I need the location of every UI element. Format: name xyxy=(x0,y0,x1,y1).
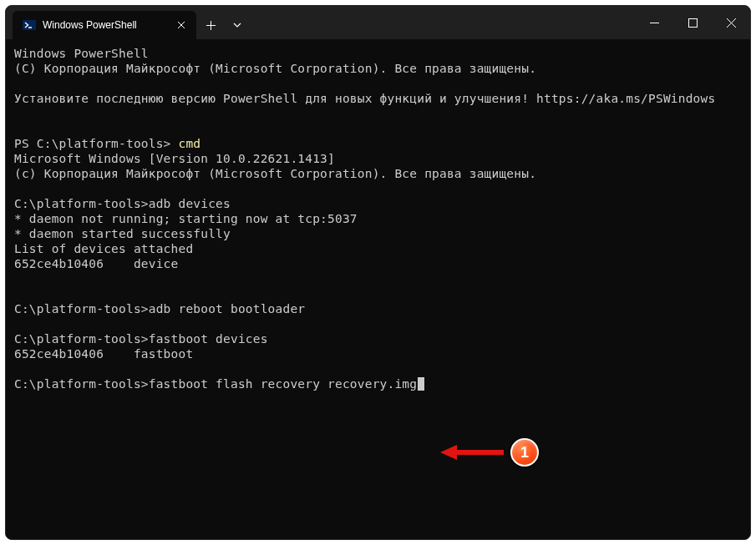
terminal-line: Windows PowerShell xyxy=(14,47,149,60)
terminal-line: 652ce4b10406 fastboot xyxy=(14,347,193,361)
terminal-line: Microsoft Windows [Version 10.0.22621.14… xyxy=(14,152,335,165)
terminal-line: (C) Корпорация Майкрософт (Microsoft Cor… xyxy=(14,62,536,75)
terminal-line: C:\platform-tools>adb devices xyxy=(14,197,231,210)
terminal-line: (c) Корпорация Майкрософт (Microsoft Cor… xyxy=(14,167,536,180)
terminal-line: C:\platform-tools>fastboot flash recover… xyxy=(14,377,417,391)
tab-powershell[interactable]: Windows PowerShell xyxy=(13,11,196,39)
text-cursor xyxy=(418,377,424,391)
terminal-line: * daemon started successfully xyxy=(14,227,231,240)
terminal-line: C:\platform-tools>adb reboot bootloader xyxy=(14,302,305,315)
svg-rect-7 xyxy=(688,18,697,27)
terminal-line: List of devices attached xyxy=(14,242,193,255)
close-button[interactable] xyxy=(712,6,750,39)
new-tab-button[interactable] xyxy=(196,11,225,39)
terminal-window: Windows PowerShell Windows PowerShell (C… xyxy=(5,5,751,540)
tab-close-button[interactable] xyxy=(173,17,190,33)
titlebar-drag-area[interactable] xyxy=(250,6,635,39)
terminal-prompt: PS C:\platform-tools> xyxy=(14,137,178,150)
tab-title: Windows PowerShell xyxy=(43,19,166,31)
arrow-icon xyxy=(440,442,505,462)
svg-marker-11 xyxy=(440,445,457,460)
terminal-line: * daemon not running; starting now at tc… xyxy=(14,212,358,225)
maximize-button[interactable] xyxy=(673,6,712,39)
terminal-line: 652ce4b10406 device xyxy=(14,257,178,270)
terminal-body[interactable]: Windows PowerShell (C) Корпорация Майкро… xyxy=(6,39,750,539)
tab-dropdown-button[interactable] xyxy=(225,11,250,39)
minimize-button[interactable] xyxy=(635,6,673,39)
annotation-badge: 1 xyxy=(510,438,539,467)
terminal-line: Установите последнюю версию PowerShell д… xyxy=(14,92,715,105)
annotation-callout: 1 xyxy=(440,438,539,467)
svg-rect-0 xyxy=(23,20,36,30)
terminal-line: C:\platform-tools>fastboot devices xyxy=(14,332,268,346)
terminal-command: cmd xyxy=(178,137,200,150)
powershell-icon xyxy=(23,18,36,32)
titlebar: Windows PowerShell xyxy=(6,6,750,39)
